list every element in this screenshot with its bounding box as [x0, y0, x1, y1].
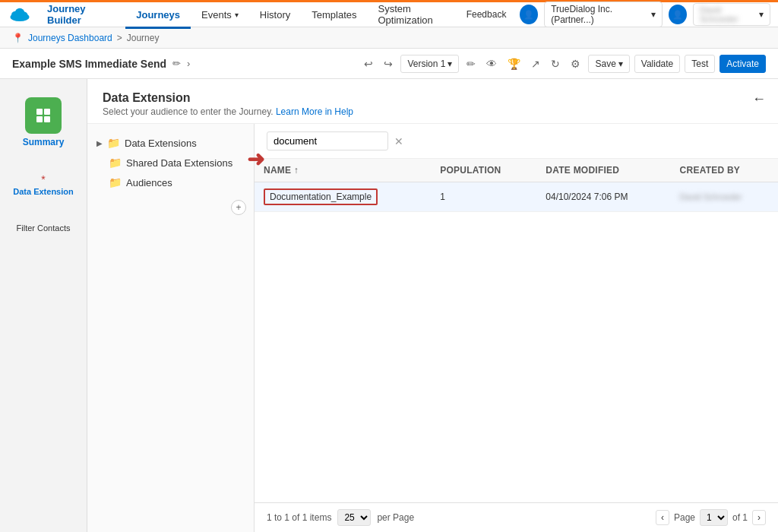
cell-name: Documentation_Example [255, 182, 431, 212]
filter-contacts-label: Filter Contacts [17, 223, 71, 233]
next-page-button[interactable]: › [752, 510, 766, 525]
activate-button[interactable]: Activate [719, 55, 766, 73]
summary-label: Summary [23, 137, 65, 147]
panel-body: ➜ ▶ 📁 Data Extensions 📁 Shared Data Exte… [87, 124, 778, 532]
test-button[interactable]: Test [685, 55, 715, 73]
search-clear-button[interactable]: ✕ [394, 135, 403, 147]
version-chevron-icon: ▾ [448, 59, 452, 69]
nav-item-journeys[interactable]: Journeys [125, 2, 191, 29]
user-chevron-icon: ▾ [759, 9, 764, 20]
sidebar-item-filter-contacts[interactable]: Filter Contacts [0, 216, 87, 239]
trophy-icon[interactable]: 🏆 [504, 55, 523, 73]
validate-button[interactable]: Validate [634, 55, 680, 73]
save-button[interactable]: Save ▾ [588, 55, 629, 73]
search-bar: ✕ [255, 124, 778, 159]
back-arrow-button[interactable]: ← [752, 91, 766, 107]
navigate-right-icon[interactable]: › [187, 58, 190, 69]
user-avatar[interactable]: 👤 [669, 5, 687, 24]
nav-items: Journeys Events ▾ History Templates Syst… [125, 2, 458, 27]
folder-icon: 📁 [109, 157, 122, 169]
svg-rect-5 [44, 109, 50, 115]
export-icon[interactable]: ↗ [528, 55, 543, 73]
table-row[interactable]: Documentation_Example 1 04/10/2024 7:06 … [255, 182, 778, 212]
undo-button[interactable]: ↩ [361, 55, 376, 73]
feedback-button[interactable]: Feedback [459, 6, 514, 23]
pagination-summary: 1 to 1 of 1 items [267, 512, 331, 523]
nav-item-history[interactable]: History [249, 2, 301, 29]
cell-created-by: David Schroeder [671, 182, 778, 212]
svg-rect-6 [36, 116, 43, 122]
user-menu[interactable]: David Schroeder ▾ [693, 3, 770, 26]
org-selector[interactable]: TrueDialog Inc. (Partner...) ▾ [544, 2, 663, 27]
breadcrumb-parent[interactable]: Journeys Dashboard [28, 33, 112, 43]
folder-icon: 📁 [109, 176, 122, 188]
org-chevron-icon: ▾ [651, 9, 656, 20]
data-area: ✕ NAME ↑ POPULATION DATE MODIFIED CREATE… [255, 124, 778, 532]
app-title: Journey Builder [40, 2, 125, 27]
page-select[interactable]: 1 [700, 509, 728, 526]
tree-expand-button[interactable]: + [231, 200, 246, 215]
file-tree: ▶ 📁 Data Extensions 📁 Shared Data Extens… [87, 124, 255, 532]
col-name: NAME ↑ [255, 159, 431, 182]
avatar-icon: 👤 [520, 5, 538, 24]
edit-icon[interactable]: ✏ [172, 58, 181, 69]
settings-icon[interactable]: ⚙ [568, 55, 584, 73]
pagination-bar: 1 to 1 of 1 items 25 per Page ‹ Page 1 o… [255, 502, 778, 532]
folder-icon: 📁 [107, 137, 120, 149]
col-created-by: CREATED BY [671, 159, 778, 182]
pager: ‹ Page 1 of 1 › [656, 509, 766, 526]
table-container: NAME ↑ POPULATION DATE MODIFIED CREATED … [255, 159, 778, 502]
sidebar-item-summary[interactable]: Summary [0, 91, 87, 154]
journey-title-bar: Example SMS Immediate Send ✏ › ↩ ↪ Versi… [0, 49, 778, 79]
version-selector[interactable]: Version 1 ▾ [400, 55, 459, 73]
svg-rect-7 [44, 116, 50, 122]
of-label: of 1 [732, 512, 748, 523]
top-nav: Journey Builder Journeys Events ▾ Histor… [0, 0, 778, 27]
events-chevron-icon: ▾ [235, 11, 239, 19]
view-icon[interactable]: 👁 [483, 55, 500, 73]
prev-page-button[interactable]: ‹ [656, 510, 669, 525]
cell-population: 1 [431, 182, 536, 212]
content-panel: ← Data Extension Select your audience to… [87, 79, 778, 532]
learn-more-link[interactable]: Learn More in Help [276, 106, 353, 117]
per-page-select[interactable]: 25 [337, 509, 371, 526]
logo-area [0, 2, 40, 27]
tree-item-audiences[interactable]: 📁 Audiences [87, 173, 254, 192]
redo-button[interactable]: ↪ [381, 55, 396, 73]
save-chevron-icon: ▾ [618, 59, 623, 69]
summary-icon [25, 97, 62, 134]
per-page-label: per Page [377, 512, 414, 523]
svg-rect-4 [36, 109, 43, 115]
required-dot: * [41, 173, 45, 185]
col-date-modified: DATE MODIFIED [536, 159, 670, 182]
refresh-icon[interactable]: ↻ [548, 55, 563, 73]
search-input[interactable] [267, 131, 388, 150]
pin-icon: 📍 [12, 33, 24, 43]
cell-date-modified: 04/10/2024 7:06 PM [536, 182, 670, 212]
table-header-row: NAME ↑ POPULATION DATE MODIFIED CREATED … [255, 159, 778, 182]
breadcrumb-child: Journey [127, 33, 160, 43]
nav-right: Feedback 👤 TrueDialog Inc. (Partner...) … [459, 2, 778, 27]
breadcrumb: 📍 Journeys Dashboard > Journey [0, 27, 778, 49]
panel-subtitle: Select your audience to enter the Journe… [103, 106, 763, 117]
panel-title: Data Extension [103, 91, 763, 105]
tree-chevron-icon: ▶ [96, 139, 103, 147]
tree-item-shared-data-extensions[interactable]: 📁 Shared Data Extensions [87, 153, 254, 173]
sidebar-item-data-extension[interactable]: * Data Extension [0, 167, 87, 202]
breadcrumb-separator: > [117, 33, 122, 43]
panel-header: Data Extension Select your audience to e… [87, 79, 778, 124]
sidebar: Summary * Data Extension Filter Contacts [0, 79, 87, 532]
toolbar: ↩ ↪ Version 1 ▾ ✏ 👁 🏆 ↗ ↻ ⚙ Save ▾ Valid… [361, 55, 766, 73]
page-label: Page [674, 512, 695, 523]
journey-title: Example SMS Immediate Send [12, 58, 166, 70]
tree-item-data-extensions[interactable]: ▶ 📁 Data Extensions [87, 133, 254, 153]
nav-item-system-optimization[interactable]: System Optimization [367, 2, 458, 29]
nav-item-templates[interactable]: Templates [301, 2, 367, 29]
svg-point-3 [15, 8, 24, 17]
col-population: POPULATION [431, 159, 536, 182]
nav-item-events[interactable]: Events ▾ [191, 2, 249, 29]
data-extension-label: Data Extension [13, 187, 73, 196]
data-table: NAME ↑ POPULATION DATE MODIFIED CREATED … [255, 159, 778, 212]
main-layout: Summary * Data Extension Filter Contacts… [0, 79, 778, 532]
pencil-icon[interactable]: ✏ [463, 55, 479, 73]
